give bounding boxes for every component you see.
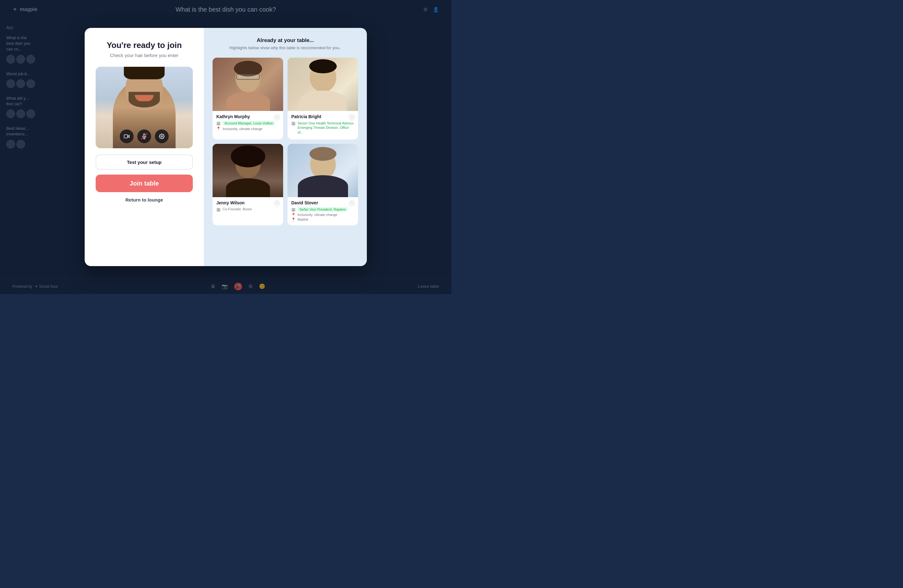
attendee-interest-row-david: 📍 Inclusivity, climate change xyxy=(291,213,354,217)
role-icon-david: 🏢 xyxy=(291,208,296,212)
attendee-role-row-jenny: 🏢 Co-Founder, Bureo xyxy=(216,207,279,212)
role-text-patricia: Senior One Health Technical Advisor, Eme… xyxy=(297,121,354,134)
attendee-info-patricia: Patricia Bright 🏢 Senior One Health Tech… xyxy=(288,111,358,140)
attendee-name-patricia: Patricia Bright xyxy=(291,114,354,119)
role-text-jenny: Co-Founder, Bureo xyxy=(223,207,252,211)
attendee-name-david: David Stover xyxy=(291,200,354,205)
attendees-grid: ⓘ Kathryn Murphy 🏢 Account Manager, Loui… xyxy=(212,58,358,225)
mic-toggle-button[interactable] xyxy=(137,129,151,143)
attendee-card-kathryn: ⓘ Kathryn Murphy 🏢 Account Manager, Loui… xyxy=(212,58,283,140)
interest-text-david: Inclusivity, climate change xyxy=(297,213,337,217)
svg-rect-1 xyxy=(124,135,127,138)
attendee-location-row-david: 📍 Madrid xyxy=(291,217,354,222)
attendee-card-jenny: ⓘ Jenny Wilson 🏢 Co-Founder, Bureo xyxy=(212,144,283,225)
right-panel-subtitle: Highlights below show why this table is … xyxy=(212,46,358,50)
attendee-role-row-kathryn: 🏢 Account Manager, Louis Vuitton xyxy=(216,121,279,125)
attendee-role-row-patricia: 🏢 Senior One Health Technical Advisor, E… xyxy=(291,121,354,134)
interest-text-kathryn: Inclusivity, climate change xyxy=(223,127,263,131)
location-text-david: Madrid xyxy=(297,217,308,221)
video-controls xyxy=(120,129,169,143)
modal-overlay: You're ready to join Check your hair bef… xyxy=(0,0,452,294)
modal-right-panel: Already at your table... Highlights belo… xyxy=(204,28,367,266)
join-table-button[interactable]: Join table xyxy=(96,175,193,192)
attendee-photo-jenny xyxy=(212,144,283,197)
attendee-info-kathryn: Kathryn Murphy 🏢 Account Manager, Louis … xyxy=(212,111,283,134)
info-button-kathryn[interactable]: ⓘ xyxy=(274,114,280,120)
modal-title: You're ready to join xyxy=(107,41,182,50)
svg-marker-0 xyxy=(127,135,129,138)
info-button-jenny[interactable]: ⓘ xyxy=(274,200,280,206)
attendee-photo-david xyxy=(288,144,358,197)
info-button-david[interactable]: ⓘ xyxy=(349,200,355,206)
attendee-photo-kathryn xyxy=(212,58,283,111)
video-preview xyxy=(96,67,193,148)
attendee-name-jenny: Jenny Wilson xyxy=(216,200,279,205)
role-tag-kathryn: Account Manager, Louis Vuitton xyxy=(223,121,275,125)
modal-subtitle: Check your hair before you enter xyxy=(110,53,178,58)
camera-toggle-button[interactable] xyxy=(120,129,134,143)
role-icon-kathryn: 🏢 xyxy=(216,121,221,125)
attendee-card-patricia: ⓘ Patricia Bright 🏢 Senior One Health Te… xyxy=(288,58,358,140)
settings-button[interactable] xyxy=(155,129,169,143)
location-icon-david: 📍 xyxy=(291,217,296,222)
attendee-info-jenny: Jenny Wilson 🏢 Co-Founder, Bureo xyxy=(212,197,283,217)
join-table-modal: You're ready to join Check your hair bef… xyxy=(85,28,367,266)
role-tag-david: Señor Vice President, Raptors xyxy=(297,207,348,212)
attendee-info-david: David Stover 🏢 Señor Vice President, Rap… xyxy=(288,197,358,225)
attendee-name-kathryn: Kathryn Murphy xyxy=(216,114,279,119)
modal-left-panel: You're ready to join Check your hair bef… xyxy=(85,28,204,266)
attendee-interest-row-kathryn: 📍 Inclusivity, climate change xyxy=(216,127,279,131)
interest-icon-kathryn: 📍 xyxy=(216,127,221,131)
attendee-role-row-david: 🏢 Señor Vice President, Raptors xyxy=(291,207,354,212)
interest-icon-david: 📍 xyxy=(291,213,296,217)
attendee-card-david: ⓘ David Stover 🏢 Señor Vice President, R… xyxy=(288,144,358,225)
role-icon-jenny: 🏢 xyxy=(216,208,221,212)
test-setup-button[interactable]: Test your setup xyxy=(96,154,193,170)
right-panel-title: Already at your table... xyxy=(212,37,358,44)
attendee-photo-patricia xyxy=(288,58,358,111)
svg-point-4 xyxy=(161,136,163,137)
return-lounge-link[interactable]: Return to lounge xyxy=(126,197,163,203)
info-button-patricia[interactable]: ⓘ xyxy=(349,114,355,120)
role-icon-patricia: 🏢 xyxy=(291,121,296,125)
